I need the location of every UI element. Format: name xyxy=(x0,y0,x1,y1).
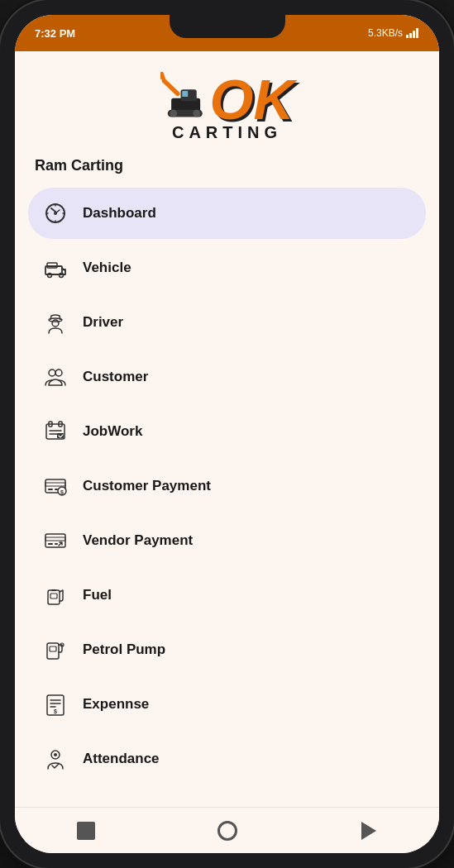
menu-list: Dashboard xyxy=(15,188,439,785)
nav-recent-button[interactable] xyxy=(354,816,384,846)
vehicle-label: Vehicle xyxy=(83,260,131,276)
bottom-nav xyxy=(15,807,439,853)
svg-line-10 xyxy=(164,81,178,94)
status-bar: 7:32 PM 5.3KB/s xyxy=(15,15,439,51)
menu-item-fuel[interactable]: Fuel xyxy=(28,570,426,621)
menu-item-petrol-pump[interactable]: Petrol Pump xyxy=(28,624,426,675)
logo-container: OK CARTING xyxy=(160,68,294,142)
square-icon xyxy=(77,822,95,840)
status-time: 7:32 PM xyxy=(35,27,75,40)
phone-screen: 7:32 PM 5.3KB/s xyxy=(15,15,439,853)
circle-icon xyxy=(217,821,237,841)
menu-item-driver[interactable]: Driver xyxy=(28,297,426,348)
vendor-payment-icon xyxy=(41,527,69,555)
triangle-icon xyxy=(361,822,376,840)
attendance-label: Attendance xyxy=(83,751,160,767)
svg-line-14 xyxy=(51,208,55,212)
menu-item-customer[interactable]: Customer xyxy=(28,351,426,403)
menu-item-vendor-payment[interactable]: Vendor Payment xyxy=(28,515,426,566)
vendor-payment-label: Vendor Payment xyxy=(83,532,193,549)
status-right: 5.3KB/s xyxy=(368,27,419,39)
menu-item-jobwork[interactable]: JobWork xyxy=(28,406,426,457)
notch xyxy=(170,15,285,38)
svg-rect-16 xyxy=(47,263,57,268)
jobwork-label: JobWork xyxy=(83,423,142,440)
svg-point-18 xyxy=(60,274,64,278)
svg-point-20 xyxy=(52,320,59,327)
expense-icon: $ xyxy=(41,690,69,718)
network-speed: 5.3KB/s xyxy=(368,27,403,39)
customer-payment-icon: $ xyxy=(41,472,69,500)
svg-rect-41 xyxy=(48,590,60,604)
svg-point-24 xyxy=(55,370,62,376)
vehicle-icon xyxy=(41,254,69,282)
svg-rect-39 xyxy=(48,543,53,545)
fuel-label: Fuel xyxy=(83,587,112,603)
app-content: OK CARTING Ram Carting xyxy=(15,51,439,807)
dashboard-icon xyxy=(41,199,69,227)
svg-point-53 xyxy=(54,753,57,756)
logo-area: OK CARTING xyxy=(15,51,439,150)
svg-rect-38 xyxy=(45,537,65,541)
customer-label: Customer xyxy=(83,369,148,385)
phone-frame: 7:32 PM 5.3KB/s xyxy=(0,0,454,868)
menu-item-customer-payment[interactable]: $ Customer Payment xyxy=(28,460,426,512)
svg-line-21 xyxy=(52,322,53,322)
fuel-icon xyxy=(41,581,69,609)
menu-item-attendance[interactable]: Attendance xyxy=(28,733,426,785)
svg-rect-32 xyxy=(45,483,65,486)
driver-icon xyxy=(41,308,69,336)
logo-wrapper: OK xyxy=(160,68,294,130)
dashboard-label: Dashboard xyxy=(83,205,156,222)
menu-item-expennse[interactable]: $ Expennse xyxy=(28,679,426,730)
svg-text:$: $ xyxy=(54,708,57,715)
svg-rect-9 xyxy=(182,91,188,97)
customer-payment-label: Customer Payment xyxy=(83,478,211,494)
svg-rect-40 xyxy=(55,543,58,545)
petrol-pump-label: Petrol Pump xyxy=(83,641,165,658)
petrol-pump-icon xyxy=(41,636,69,664)
svg-rect-3 xyxy=(416,28,418,38)
logo-carting-text: CARTING xyxy=(172,123,282,142)
svg-point-17 xyxy=(48,274,52,278)
nav-home-button[interactable] xyxy=(213,816,242,846)
customer-icon xyxy=(41,363,69,391)
expennse-label: Expennse xyxy=(83,696,149,713)
svg-line-22 xyxy=(58,322,59,322)
svg-point-7 xyxy=(193,110,200,117)
svg-rect-2 xyxy=(413,31,415,38)
driver-label: Driver xyxy=(83,314,123,331)
svg-rect-45 xyxy=(50,646,56,651)
svg-rect-42 xyxy=(50,594,57,599)
svg-rect-0 xyxy=(406,35,409,38)
svg-rect-1 xyxy=(409,33,412,38)
menu-item-dashboard[interactable]: Dashboard xyxy=(28,188,426,239)
attendance-icon xyxy=(41,745,69,773)
svg-text:$: $ xyxy=(60,489,64,496)
signal-icon xyxy=(406,28,419,38)
nav-back-button[interactable] xyxy=(71,816,101,846)
menu-item-vehicle[interactable]: Vehicle xyxy=(28,242,426,293)
svg-point-6 xyxy=(170,110,177,117)
svg-point-23 xyxy=(49,370,55,376)
logo-ok-text: OK xyxy=(210,71,294,127)
company-name: Ram Carting xyxy=(15,150,439,188)
jobwork-icon xyxy=(41,417,69,446)
svg-rect-33 xyxy=(48,489,53,490)
